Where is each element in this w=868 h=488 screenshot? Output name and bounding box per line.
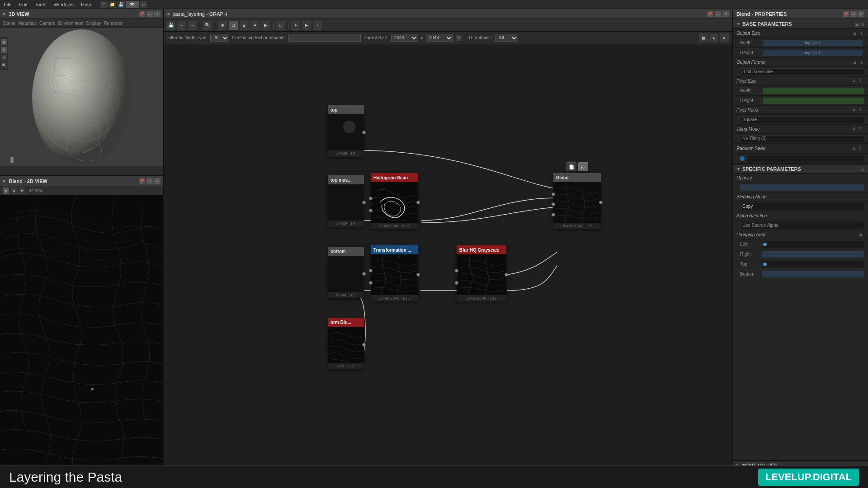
specific-params-icon1[interactable]: F	[857, 167, 859, 171]
graph-tool-view5[interactable]: ▶	[261, 21, 270, 30]
node-blur-input-port-2[interactable]	[455, 281, 458, 285]
output-size-icon1[interactable]: ◪	[852, 31, 858, 36]
2d-tool-2[interactable]: ▲	[11, 188, 17, 194]
node-transformation-output-port[interactable]	[416, 273, 420, 277]
properties-expand-btn[interactable]: □	[850, 11, 857, 17]
node-blend-output-port[interactable]	[599, 201, 603, 204]
node-transformation[interactable]: Transformation ...	[371, 245, 418, 301]
tiling-mode-value[interactable]: No Tiling (0)	[740, 135, 864, 142]
opacity-slider[interactable]	[740, 184, 864, 191]
node-blur-output-port[interactable]	[505, 273, 508, 277]
pixel-ratio-icon1[interactable]: ◪	[852, 108, 858, 113]
graph-close-btn[interactable]: ✕	[722, 11, 729, 17]
node-histogram-input-port-2[interactable]	[369, 209, 373, 212]
base-params-header[interactable]: ▼ BASE PARAMETERS ◪ ◫	[733, 19, 868, 29]
node-bottom[interactable]: bottom x2048 - L8	[328, 247, 364, 298]
pixel-ratio-value[interactable]: Square	[740, 116, 864, 123]
graph-tool-select[interactable]: ▶	[302, 21, 311, 30]
pixel-ratio-icon2[interactable]: ◫	[859, 108, 864, 113]
node-transform-blu[interactable]: orm Blu... 048 - L	[328, 318, 364, 369]
node-transformation-input-port-1[interactable]	[369, 269, 373, 272]
output-format-icon1[interactable]: ◪	[852, 60, 858, 65]
node-histogram-input-port-1[interactable]	[369, 197, 373, 200]
node-top-output-port[interactable]	[362, 131, 366, 134]
environment-menu[interactable]: Environment	[58, 21, 84, 26]
output-height-slider[interactable]: Input x 1	[763, 50, 863, 56]
node-blend-input-port-2[interactable]	[552, 202, 555, 206]
toolbar-icon-new[interactable]: ▢	[100, 1, 108, 8]
toolbar-icon-open[interactable]: 📁	[109, 1, 116, 8]
base-params-icon2[interactable]: ◫	[860, 22, 864, 26]
menu-item-tools[interactable]: Tools	[35, 2, 47, 7]
node-blend-input-port-3[interactable]	[552, 213, 555, 216]
random-seed-icon2[interactable]: ◫	[859, 146, 864, 151]
graph-tool-redo[interactable]: →	[188, 21, 197, 30]
random-seed-slider[interactable]	[747, 155, 864, 162]
graph-tool-view4[interactable]: ●	[250, 21, 259, 30]
node-histogram-output-port[interactable]	[416, 201, 420, 204]
properties-pin-btn[interactable]: 📌	[843, 11, 849, 17]
output-size-icon2[interactable]: ◫	[859, 31, 864, 36]
graph-tool-undo[interactable]: ←	[177, 21, 186, 30]
crop-bottom-slider[interactable]	[762, 271, 864, 277]
2d-view-expand-btn[interactable]: □	[146, 178, 153, 184]
blend-icon-doc[interactable]: 📄	[566, 162, 576, 171]
tool-rotate[interactable]: ↻	[1, 47, 7, 53]
graph-tool-view1[interactable]: ■	[218, 21, 227, 30]
graph-tool-view2[interactable]: □	[229, 21, 238, 30]
node-top[interactable]: top x2048 - L8	[328, 105, 364, 157]
scene-menu[interactable]: Scene	[3, 21, 15, 26]
blending-mode-value[interactable]: Copy	[740, 203, 864, 210]
3d-view-close-btn[interactable]: ✕	[154, 11, 160, 17]
containing-input[interactable]	[288, 34, 361, 42]
graph-expand-btn[interactable]: □	[715, 11, 721, 17]
node-blend-input-port-1[interactable]	[552, 192, 555, 196]
3d-view-pin-btn[interactable]: 📌	[139, 11, 145, 17]
alpha-blending-value[interactable]: Use Source Alpha	[740, 222, 864, 229]
2d-view-close-btn[interactable]: ✕	[154, 178, 160, 184]
crop-left-slider[interactable]	[762, 241, 864, 248]
tool-pan[interactable]: ⛯	[1, 54, 7, 61]
graph-tool-view3[interactable]: ▲	[240, 21, 249, 30]
crop-top-slider[interactable]	[762, 261, 864, 267]
parent-size-select[interactable]: 2048	[391, 34, 418, 42]
blend-icon-display[interactable]: ◴	[578, 162, 588, 171]
renderer-menu[interactable]: Renderer	[104, 21, 123, 26]
2d-tool-3[interactable]: ▶	[19, 188, 25, 194]
pixel-size-width-slider[interactable]	[763, 88, 864, 94]
node-blur-hq[interactable]: Blur HQ Grayscale	[457, 245, 506, 301]
parent-size-y-select[interactable]: 2048	[426, 34, 453, 42]
thumbnails-select[interactable]: All	[495, 34, 518, 42]
3d-view-bottom-left-icon[interactable]: ▮	[10, 155, 14, 164]
node-blend[interactable]: 📄 ◴ Blend	[553, 173, 601, 229]
2d-view-pin-btn[interactable]: 📌	[139, 178, 145, 184]
toolbar-icon-3d[interactable]: 3D	[126, 1, 139, 8]
graph-tool-fit[interactable]: □	[276, 21, 285, 30]
tiling-mode-icon2[interactable]: ◫	[859, 127, 864, 132]
toolbar-icon-cube[interactable]: ▱	[140, 1, 147, 8]
node-top-mask[interactable]: top mas... x2048 - L8	[328, 175, 364, 227]
3d-view-expand-btn[interactable]: □	[146, 11, 153, 17]
parent-size-reset[interactable]: ↻	[456, 35, 462, 41]
specific-params-header[interactable]: ▼ SPECIFIC PARAMETERS F ◫	[733, 164, 868, 174]
cropping-area-icon1[interactable]: ◪	[859, 232, 864, 238]
output-format-icon2[interactable]: ◫	[859, 60, 864, 65]
display-menu[interactable]: Display	[86, 21, 101, 26]
graph-filter-icon2[interactable]: ▲	[709, 33, 718, 42]
2d-view-content[interactable]: 265	[0, 195, 163, 479]
menu-item-file[interactable]: File	[4, 2, 12, 7]
tool-select[interactable]: ▶	[1, 39, 7, 45]
base-params-icon1[interactable]: ◪	[855, 22, 859, 26]
toolbar-icon-save[interactable]: 💾	[118, 1, 125, 8]
materials-menu[interactable]: Materials	[18, 21, 37, 26]
graph-filter-icon3[interactable]: ●	[720, 33, 729, 42]
graph-filter-icon1[interactable]: ◼	[699, 33, 708, 42]
node-transformation-input-port-2[interactable]	[369, 281, 373, 285]
menu-item-edit[interactable]: Edit	[19, 2, 28, 7]
pixel-size-icon2[interactable]: ◫	[859, 79, 864, 84]
node-bottom-output-port[interactable]	[362, 272, 366, 276]
graph-tool-link[interactable]: ●	[291, 21, 300, 30]
graph-tool-add[interactable]: +	[313, 21, 322, 30]
pixel-size-icon1[interactable]: ◪	[852, 79, 858, 84]
random-seed-icon1[interactable]: ◪	[852, 146, 858, 151]
